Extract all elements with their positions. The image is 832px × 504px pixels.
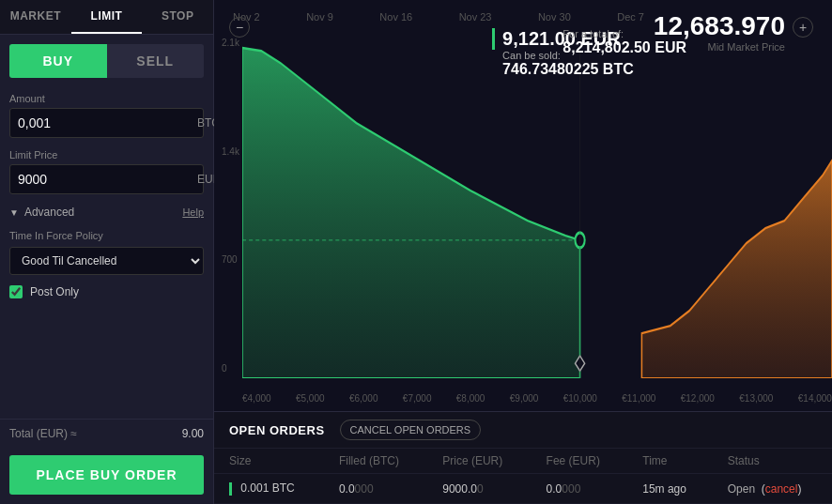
post-only-row: Post Only <box>0 278 213 306</box>
x-label-nov9: Nov 9 <box>306 11 333 23</box>
orders-title: OPEN ORDERS <box>229 423 325 437</box>
table-row: 0.001 BTC 0.0000 9000.00 0.0000 15m ago … <box>214 474 832 504</box>
left-panel: MARKET LIMIT STOP BUY SELL Amount BTC Li… <box>0 0 214 504</box>
help-link[interactable]: Help <box>182 206 204 218</box>
y-axis: 2.1k 1.4k 700 0 <box>222 38 239 374</box>
x-price-9k: €9,000 <box>510 393 539 404</box>
tab-market[interactable]: MARKET <box>0 0 71 34</box>
time-force-select-row: Good Til Cancelled <box>9 247 204 275</box>
limit-price-input-row: EUR <box>9 164 204 194</box>
total-row: Total (EUR) ≈ 9.00 <box>0 419 213 448</box>
cancel-open-orders-button[interactable]: CANCEL OPEN ORDERS <box>340 420 482 440</box>
y-label-700: 700 <box>222 254 239 265</box>
col-fee: Fee (EUR) <box>532 449 628 474</box>
x-price-5k: €5,000 <box>296 393 325 404</box>
x-label-nov23: Nov 23 <box>459 11 492 23</box>
col-price: Price (EUR) <box>427 449 531 474</box>
order-tabs: MARKET LIMIT STOP <box>0 0 213 35</box>
orders-table: Size Filled (BTC) Price (EUR) Fee (EUR) … <box>214 449 832 504</box>
right-panel: Nov 2 Nov 9 Nov 16 Nov 23 Nov 30 Dec 7 2… <box>214 0 832 504</box>
time-force-label: Time In Force Policy <box>0 224 213 244</box>
place-buy-order-button[interactable]: PLACE BUY ORDER <box>9 455 204 495</box>
tooltip-btc-value: 746.73480225 BTC <box>492 61 634 78</box>
y-label-14k: 1.4k <box>222 146 239 157</box>
advanced-row[interactable]: ▼ Advanced Help <box>0 200 213 224</box>
tab-stop[interactable]: STOP <box>142 0 213 34</box>
chart-svg <box>242 33 832 378</box>
y-label-0: 0 <box>222 363 239 374</box>
amount-field-group: Amount BTC <box>0 87 213 144</box>
x-label-dec7: Dec 7 <box>617 11 644 23</box>
col-time: Time <box>627 449 712 474</box>
post-only-label: Post Only <box>30 285 79 298</box>
x-price-7k: €7,000 <box>403 393 432 404</box>
zoom-out-button[interactable]: − <box>229 17 250 38</box>
limit-price-label: Limit Price <box>9 149 204 160</box>
time-force-select[interactable]: Good Til Cancelled <box>9 247 204 275</box>
order-status: Open (cancel) <box>713 474 832 504</box>
x-price-11k: €11,000 <box>622 393 655 404</box>
x-label-nov16: Nov 16 <box>379 11 412 23</box>
chart-area: Nov 2 Nov 9 Nov 16 Nov 23 Nov 30 Dec 7 2… <box>214 0 832 411</box>
mid-market-area: 12,683.970 Mid Market Price <box>654 11 785 53</box>
advanced-left: ▼ Advanced <box>9 206 74 219</box>
orders-header: OPEN ORDERS CANCEL OPEN ORDERS <box>214 412 832 449</box>
y-label-21k: 2.1k <box>222 38 239 48</box>
order-size: 0.001 BTC <box>214 474 324 504</box>
col-filled: Filled (BTC) <box>324 449 427 474</box>
x-date-axis: Nov 2 Nov 9 Nov 16 Nov 23 Nov 30 Dec 7 <box>233 11 644 23</box>
order-filled: 0.0000 <box>324 474 427 504</box>
amount-input-row: BTC <box>9 108 204 138</box>
order-price: 9000.00 <box>427 474 531 504</box>
order-indicator <box>229 482 232 496</box>
total-label: Total (EUR) ≈ <box>9 427 77 440</box>
mid-market-label: Mid Market Price <box>654 41 785 53</box>
cancel-order-link[interactable]: cancel <box>765 482 798 496</box>
order-fee: 0.0000 <box>532 474 628 504</box>
col-size: Size <box>214 449 324 474</box>
amount-label: Amount <box>9 93 204 104</box>
limit-price-input[interactable] <box>10 165 190 193</box>
total-value: 9.00 <box>182 427 204 440</box>
chevron-down-icon: ▼ <box>9 207 19 218</box>
post-only-checkbox[interactable] <box>9 285 23 298</box>
advanced-label: Advanced <box>24 206 74 219</box>
x-price-8k: €8,000 <box>456 393 485 404</box>
mid-market-price: 12,683.970 <box>654 11 785 41</box>
limit-price-field-group: Limit Price EUR <box>0 144 213 200</box>
buy-button[interactable]: BUY <box>9 44 107 78</box>
x-label-nov30: Nov 30 <box>538 11 571 23</box>
tab-limit[interactable]: LIMIT <box>71 0 143 34</box>
x-price-12k: €12,000 <box>681 393 715 404</box>
x-price-10k: €10,000 <box>563 393 597 404</box>
x-price-axis: €4,000 €5,000 €6,000 €7,000 €8,000 €9,00… <box>242 393 832 404</box>
open-orders-section: OPEN ORDERS CANCEL OPEN ORDERS Size Fill… <box>214 411 832 504</box>
zoom-in-button[interactable]: + <box>793 17 813 38</box>
amount-input[interactable] <box>10 109 190 137</box>
buy-sell-row: BUY SELL <box>9 44 204 78</box>
x-price-13k: €13,000 <box>739 393 773 404</box>
table-header-row: Size Filled (BTC) Price (EUR) Fee (EUR) … <box>214 449 832 474</box>
x-price-14k: €14,000 <box>798 393 832 404</box>
x-price-4k: €4,000 <box>242 393 271 404</box>
x-price-6k: €6,000 <box>349 393 378 404</box>
sell-button[interactable]: SELL <box>107 44 205 78</box>
col-status: Status <box>713 449 832 474</box>
order-time: 15m ago <box>627 474 712 504</box>
